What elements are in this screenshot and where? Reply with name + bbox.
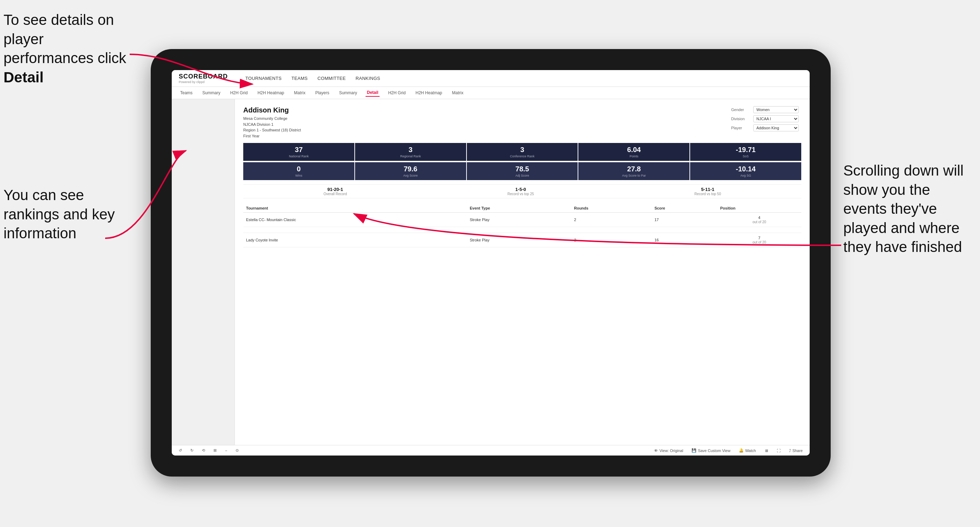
subnav-detail[interactable]: Detail <box>366 89 380 97</box>
stat-conference-rank-label: Conference Rank <box>469 154 576 158</box>
stat-avg-score-par-value: 27.8 <box>581 165 687 173</box>
stat-avg-sg: -10.14 Avg SG <box>690 162 801 180</box>
player-division: NJCAA Division 1 <box>243 122 301 127</box>
toolbar-btn-3[interactable]: − <box>224 448 229 453</box>
subnav-h2hheatmap2[interactable]: H2H Heatmap <box>414 89 443 96</box>
annotation-right: Scrolling down will show you the events … <box>843 161 977 257</box>
annotation-bottom-text: You can see rankings and key information <box>3 187 115 241</box>
logo-title: SCOREBOARD <box>179 73 228 80</box>
col-tournament: Tournament <box>243 204 467 213</box>
subnav-summary1[interactable]: Summary <box>201 89 221 96</box>
record-top25: 1-5-0 Record vs top 25 <box>508 187 534 196</box>
player-year: First Year <box>243 133 301 139</box>
watch-button[interactable]: 🔔 Watch <box>737 448 757 453</box>
redo-button[interactable]: ↻ <box>189 448 195 453</box>
stat-national-rank: 37 National Rank <box>243 143 354 161</box>
share-icon: ⤴ <box>789 449 791 453</box>
player-name: Addison King <box>243 106 301 114</box>
col-position: Position <box>718 204 801 213</box>
cell-tournament-0: Estella CC- Mountain Classic <box>243 213 467 227</box>
share-button[interactable]: ⤴ Share <box>788 448 804 453</box>
subnav-teams[interactable]: Teams <box>179 89 194 96</box>
col-rounds: Rounds <box>571 204 652 213</box>
watch-icon: 🔔 <box>739 448 744 453</box>
tablet-screen: SCOREBOARD Powered by clippd TOURNAMENTS… <box>172 70 810 456</box>
subnav-players[interactable]: Players <box>314 89 331 96</box>
cell-position-2: 7out of 20 <box>718 233 801 248</box>
stat-sos-value: -19.71 <box>692 146 799 154</box>
sub-nav: Teams Summary H2H Grid H2H Heatmap Matri… <box>172 87 810 99</box>
cell-rounds-2: 2 <box>571 233 652 248</box>
table-row: Lady Coyote Invite Stroke Play 2 16 7out… <box>243 233 801 248</box>
filter-gender-select[interactable]: Women <box>753 106 799 113</box>
tournament-table: Tournament Event Type Rounds Score Posit… <box>243 204 801 248</box>
cell-tournament-1 <box>243 227 467 233</box>
eye-icon: 👁 <box>654 449 658 453</box>
record-top50-label: Record vs top 50 <box>694 192 721 196</box>
subnav-matrix1[interactable]: Matrix <box>293 89 307 96</box>
filter-player-select[interactable]: Addison King <box>753 124 799 132</box>
subnav-h2hgrid1[interactable]: H2H Grid <box>229 89 249 96</box>
filter-division-select[interactable]: NJCAA I <box>753 115 799 122</box>
view-original-button[interactable]: 👁 View: Original <box>652 448 684 453</box>
nav-tournaments[interactable]: TOURNAMENTS <box>245 74 282 83</box>
cell-tournament-2: Lady Coyote Invite <box>243 233 467 248</box>
tablet: SCOREBOARD Powered by clippd TOURNAMENTS… <box>151 49 831 476</box>
fullscreen-button[interactable]: ⛶ <box>775 448 782 453</box>
player-header: Addison King Mesa Community College NJCA… <box>243 106 801 139</box>
nav-committee[interactable]: COMMITTEE <box>318 74 346 83</box>
stat-points-label: Points <box>581 154 687 158</box>
annotation-detail-bold: Detail <box>3 69 43 86</box>
top-nav: SCOREBOARD Powered by clippd TOURNAMENTS… <box>172 70 810 87</box>
device-button[interactable]: 🖥 <box>763 448 770 453</box>
stat-national-rank-label: National Rank <box>245 154 352 158</box>
cell-event-type-0: Stroke Play <box>467 213 571 227</box>
toolbar-btn-1[interactable]: ⟲ <box>200 448 207 453</box>
scoreboard-logo: SCOREBOARD Powered by clippd <box>179 73 228 84</box>
subnav-h2hgrid2[interactable]: H2H Grid <box>387 89 407 96</box>
left-sidebar <box>172 99 235 445</box>
stat-avg-score-par: 27.8 Avg Score to Par <box>578 162 689 180</box>
cell-score-0: 17 <box>652 213 718 227</box>
filter-gender-row: Gender Women <box>731 106 801 113</box>
nav-rankings[interactable]: RANKINGS <box>355 74 380 83</box>
toolbar-btn-2[interactable]: ⊞ <box>212 448 218 453</box>
cell-position-0: 4out of 20 <box>718 213 801 227</box>
save-custom-label: Save Custom View <box>698 449 730 453</box>
col-event-type: Event Type <box>467 204 571 213</box>
nav-teams[interactable]: TEAMS <box>291 74 307 83</box>
toolbar-btn-4[interactable]: ⊙ <box>234 448 240 453</box>
stat-adj-score: 78.5 Adj Score <box>467 162 578 180</box>
record-overall: 91-20-1 Overall Record <box>323 187 347 196</box>
stat-points: 6.04 Points <box>578 143 689 161</box>
player-info: Addison King Mesa Community College NJCA… <box>243 106 301 139</box>
annotation-top-left: To see details on player performances cl… <box>3 11 137 87</box>
stats-row1: 37 National Rank 3 Regional Rank 3 Confe… <box>243 143 801 161</box>
subnav-summary2[interactable]: Summary <box>337 89 358 96</box>
stat-regional-rank-value: 3 <box>357 146 464 154</box>
records-row: 91-20-1 Overall Record 1-5-0 Record vs t… <box>243 184 801 198</box>
stat-avg-sg-value: -10.14 <box>692 165 799 173</box>
annotation-top-text: To see details on player performances cl… <box>3 11 126 86</box>
stat-avg-score: 79.6 Avg Score <box>355 162 466 180</box>
record-overall-label: Overall Record <box>323 192 347 196</box>
stat-national-rank-value: 37 <box>245 146 352 154</box>
stat-adj-score-label: Adj Score <box>469 174 576 177</box>
record-overall-value: 91-20-1 <box>323 187 347 192</box>
stat-avg-sg-label: Avg SG <box>692 174 799 177</box>
stat-conference-rank-value: 3 <box>469 146 576 154</box>
save-custom-button[interactable]: 💾 Save Custom View <box>690 448 732 453</box>
annotation-right-text: Scrolling down will show you the events … <box>843 162 964 255</box>
logo-subtitle: Powered by clippd <box>179 80 228 84</box>
subnav-h2hheatmap1[interactable]: H2H Heatmap <box>256 89 286 96</box>
watch-label: Watch <box>745 449 756 453</box>
subnav-matrix2[interactable]: Matrix <box>451 89 465 96</box>
filter-division-row: Division NJCAA I <box>731 115 801 122</box>
record-top25-value: 1-5-0 <box>508 187 534 192</box>
stat-regional-rank: 3 Regional Rank <box>355 143 466 161</box>
record-top25-label: Record vs top 25 <box>508 192 534 196</box>
filter-player-row: Player Addison King <box>731 124 801 132</box>
stat-avg-score-value: 79.6 <box>357 165 464 173</box>
cell-score-1 <box>652 227 718 233</box>
undo-button[interactable]: ↺ <box>177 448 183 453</box>
